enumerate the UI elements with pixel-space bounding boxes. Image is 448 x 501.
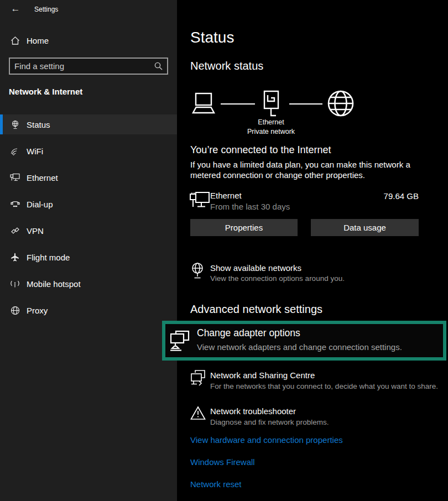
diagram-network-type: Private network — [232, 128, 310, 135]
advanced-settings-heading: Advanced network settings — [190, 303, 322, 316]
sidebar-item-flight-mode[interactable]: Flight mode — [0, 247, 177, 267]
search-box[interactable] — [9, 58, 168, 75]
ethernet-icon — [10, 173, 20, 182]
laptop-icon — [189, 92, 218, 115]
troubleshooter-description: Diagnose and fix network problems. — [210, 418, 329, 426]
sidebar-item-label: Ethernet — [27, 173, 58, 182]
back-button[interactable]: ← — [9, 2, 22, 15]
show-networks-description: View the connection options around you. — [210, 274, 345, 283]
sidebar-item-label: WiFi — [27, 147, 43, 156]
adapter-options-icon — [169, 330, 190, 352]
search-icon[interactable] — [154, 62, 163, 70]
ethernet-plug-icon — [258, 90, 284, 120]
settings-window: ← Settings Home Network & Internet — [0, 0, 448, 501]
internet-globe-icon — [327, 90, 355, 117]
diagram-connector — [289, 103, 322, 105]
network-status-icon — [10, 119, 20, 129]
diagram-connector — [221, 103, 255, 105]
change-adapter-options-title[interactable]: Change adapter options — [197, 327, 300, 339]
connected-description: If you have a limited data plan, you can… — [190, 159, 429, 180]
page-title: Status — [190, 29, 234, 46]
link-network-reset[interactable]: Network reset — [190, 479, 242, 489]
change-adapter-options-description: View network adapters and change connect… — [197, 342, 402, 352]
link-view-hardware-properties[interactable]: View hardware and connection properties — [190, 435, 343, 445]
usage-amount: 79.64 GB — [332, 191, 419, 201]
hotspot-icon — [10, 279, 20, 289]
link-windows-firewall[interactable]: Windows Firewall — [190, 457, 255, 467]
connected-heading: You’re connected to the Internet — [190, 144, 331, 156]
sidebar-section-title: Network & Internet — [9, 87, 82, 96]
sidebar-item-dialup[interactable]: Dial-up — [0, 194, 177, 214]
sidebar: ← Settings Home Network & Internet — [0, 0, 177, 501]
globe-icon — [10, 305, 20, 315]
sidebar-item-mobile-hotspot[interactable]: Mobile hotspot — [0, 274, 177, 294]
vpn-icon — [10, 226, 20, 236]
airplane-icon — [10, 252, 20, 262]
sidebar-item-home[interactable]: Home — [0, 30, 177, 50]
sharing-centre-description: For the networks that you connect to, de… — [210, 382, 438, 390]
properties-button[interactable]: Properties — [190, 219, 298, 236]
usage-period: From the last 30 days — [210, 202, 290, 211]
sidebar-item-wifi[interactable]: WiFi — [0, 141, 177, 161]
highlight-change-adapter-options[interactable]: Change adapter options View network adap… — [162, 321, 446, 361]
sidebar-item-label: Home — [27, 36, 49, 45]
sidebar-item-proxy[interactable]: Proxy — [0, 300, 177, 320]
main-content: Status Network status Ethernet Private n… — [177, 0, 448, 501]
sidebar-item-status[interactable]: Status — [0, 114, 177, 134]
troubleshooter-title[interactable]: Network troubleshooter — [210, 406, 296, 416]
app-title: Settings — [34, 6, 58, 13]
sidebar-item-label: VPN — [27, 226, 44, 236]
sidebar-item-label: Proxy — [27, 306, 48, 315]
sidebar-item-label: Dial-up — [27, 200, 53, 209]
sidebar-item-vpn[interactable]: VPN — [0, 221, 177, 241]
available-networks-icon — [190, 262, 205, 279]
sharing-centre-icon — [190, 369, 206, 386]
search-input[interactable] — [14, 61, 154, 71]
usage-connection-name: Ethernet — [210, 191, 242, 200]
diagram-connection-name: Ethernet — [232, 118, 310, 126]
sidebar-item-label: Mobile hotspot — [27, 279, 81, 289]
sidebar-item-label: Flight mode — [27, 253, 70, 262]
warning-triangle-icon — [190, 406, 206, 420]
dialup-phone-icon — [10, 199, 20, 209]
network-status-heading: Network status — [190, 60, 263, 72]
home-icon — [10, 35, 20, 45]
data-usage-button[interactable]: Data usage — [311, 219, 419, 236]
wifi-icon — [10, 146, 20, 156]
sidebar-item-ethernet[interactable]: Ethernet — [0, 168, 177, 187]
sidebar-item-label: Status — [27, 120, 50, 129]
sharing-centre-title[interactable]: Network and Sharing Centre — [210, 370, 315, 380]
show-networks-title[interactable]: Show available networks — [210, 263, 301, 273]
ethernet-adapter-icon — [189, 190, 210, 210]
